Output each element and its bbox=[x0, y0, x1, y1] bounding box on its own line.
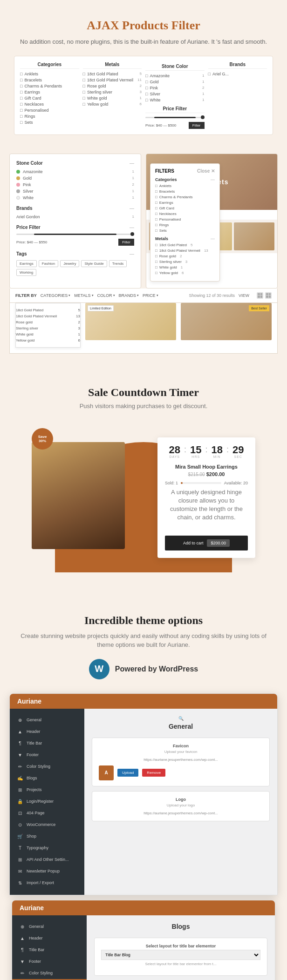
sidebar-item-typography[interactable]: T Typography bbox=[10, 842, 84, 854]
color-dot-silver bbox=[16, 189, 20, 193]
sidebar2-footer[interactable]: ▼ Footer bbox=[12, 956, 87, 967]
filter-price-button[interactable]: PRICE bbox=[143, 293, 158, 298]
sidebar-item-api[interactable]: ⊞ API And Other Settin... bbox=[10, 854, 84, 866]
list-item[interactable]: Necklaces bbox=[155, 212, 215, 216]
sidebar-item-shop[interactable]: 🛒 Shop bbox=[10, 831, 84, 842]
sidebar-label-shop: Shop bbox=[27, 834, 36, 839]
color-item[interactable]: Gold 1 bbox=[16, 176, 134, 181]
list-item[interactable]: Silver1 bbox=[145, 92, 205, 96]
list-item[interactable]: Sterling silver3 bbox=[83, 90, 142, 94]
price-slider-thumb bbox=[130, 232, 134, 236]
list-item[interactable]: Earrings bbox=[20, 90, 79, 94]
upload-button[interactable]: Upload bbox=[117, 769, 138, 777]
price-slider[interactable] bbox=[145, 117, 205, 118]
title-bar-layout-select[interactable]: Title Bar Blog bbox=[101, 950, 260, 960]
sidebar2-general[interactable]: ⊕ General bbox=[12, 921, 87, 933]
sidebar-item-footer[interactable]: ▼ Footer bbox=[10, 749, 84, 761]
filter-brands-button[interactable]: BRANDS bbox=[119, 293, 139, 298]
sidebar-item-titlebar[interactable]: ¶ Title Bar bbox=[10, 738, 84, 749]
grid-view-button[interactable] bbox=[257, 292, 263, 299]
shop-icon: 🛒 bbox=[17, 834, 23, 839]
list-item[interactable]: Sets bbox=[155, 228, 215, 233]
list-item[interactable]: White gold1 bbox=[83, 96, 142, 101]
list-item[interactable]: 18ct Gold Plated5 bbox=[83, 72, 142, 76]
tag-item[interactable]: Style Guide bbox=[81, 260, 107, 267]
filter-color-button[interactable]: COLOR bbox=[97, 293, 115, 298]
list-item[interactable]: Pink2 bbox=[145, 86, 205, 90]
sold-bar-track bbox=[181, 482, 221, 484]
list-item[interactable]: 18ct Gold Plated5 bbox=[155, 243, 215, 247]
sidebar-item-general[interactable]: ⊕ General bbox=[10, 714, 84, 726]
list-item[interactable]: Gold1 bbox=[145, 80, 205, 84]
tag-item[interactable]: Working bbox=[16, 269, 36, 276]
categories-list: Anklets Bracelets Charms & Pendants Earr… bbox=[20, 72, 79, 125]
list-item[interactable]: 18ct Gold Plated Vermeil13 bbox=[155, 248, 215, 253]
list-item[interactable]: Personalised bbox=[20, 108, 79, 113]
sidebar-item-color[interactable]: ✏ Color Styling bbox=[10, 761, 84, 772]
list-item[interactable]: Charms & Pendants bbox=[20, 84, 79, 88]
sidebar2-label-titlebar: Title Bar bbox=[29, 947, 44, 952]
sidebar2-titlebar[interactable]: ¶ Title Bar bbox=[12, 944, 87, 956]
list-item[interactable]: Ariel G... bbox=[208, 72, 267, 76]
sidebar-item-404[interactable]: ⊡ 404 Page bbox=[10, 807, 84, 819]
list-view-button[interactable] bbox=[265, 292, 272, 299]
sidebar-item-woo[interactable]: ⊙ WooCommerce bbox=[10, 819, 84, 831]
sidebar-item-header[interactable]: ▲ Header bbox=[10, 726, 84, 738]
sidebar-item-login[interactable]: 🔒 Login/Register bbox=[10, 796, 84, 807]
metals-dropdown-item[interactable]: 18ct Gold Plated5 bbox=[16, 307, 80, 313]
brand-item[interactable]: Ariel Gordon 1 bbox=[16, 215, 134, 219]
list-item[interactable]: Sets bbox=[20, 120, 79, 125]
sidebar-item-projects[interactable]: ⊞ Projects bbox=[10, 784, 84, 796]
list-item[interactable]: Bracelets bbox=[20, 78, 79, 82]
list-item[interactable]: Rose gold2 bbox=[83, 84, 142, 88]
color-item[interactable]: Pink 2 bbox=[16, 182, 134, 187]
tag-item[interactable]: Trends bbox=[109, 260, 127, 267]
list-item[interactable]: Charms & Pendants bbox=[155, 195, 215, 199]
filter-metals-button[interactable]: METALS bbox=[74, 293, 93, 298]
metals-dropdown-item[interactable]: Sterling silver3 bbox=[16, 325, 80, 331]
list-item[interactable]: Yellow gold6 bbox=[155, 271, 215, 275]
remove-button[interactable]: Remove bbox=[142, 769, 165, 777]
list-item[interactable]: White1 bbox=[145, 98, 205, 102]
price-slider-left[interactable] bbox=[16, 234, 134, 235]
list-item[interactable]: Necklaces bbox=[20, 102, 79, 107]
list-item[interactable]: Rings bbox=[20, 114, 79, 119]
list-item[interactable]: Amazonite1 bbox=[145, 74, 205, 78]
list-item[interactable]: Rings bbox=[155, 223, 215, 227]
list-item[interactable]: Bracelets bbox=[155, 189, 215, 194]
list-item[interactable]: Yellow gold6 bbox=[83, 102, 142, 107]
list-item[interactable]: Sterling silver3 bbox=[155, 260, 215, 264]
close-filters-button[interactable]: Close ✕ bbox=[197, 168, 215, 174]
metals-dropdown-item[interactable]: Rose gold2 bbox=[16, 319, 80, 325]
filter-button-left[interactable]: Filter bbox=[118, 239, 134, 246]
list-item[interactable]: Earrings bbox=[155, 201, 215, 205]
list-item[interactable]: Rose gold2 bbox=[155, 254, 215, 258]
color-item[interactable]: White 1 bbox=[16, 195, 134, 200]
color-item[interactable]: Amazonite 1 bbox=[16, 169, 134, 174]
right-filter-panel: FILTERS Close ✕ Categories— Anklets Brac… bbox=[146, 154, 278, 289]
tag-item[interactable]: Fashion bbox=[39, 260, 58, 267]
list-item[interactable]: 18ct Gold Plated Vermeil11 bbox=[83, 78, 142, 82]
list-item[interactable]: Anklets bbox=[155, 184, 215, 188]
filter-categories-button[interactable]: CATEGORIES bbox=[41, 293, 70, 298]
sidebar-item-import[interactable]: ⇅ Import / Export bbox=[10, 877, 84, 889]
metals-dropdown-item[interactable]: White gold1 bbox=[16, 331, 80, 337]
sidebar-item-blogs[interactable]: ✍ Blogs bbox=[10, 772, 84, 784]
sidebar-item-newsletter[interactable]: ✉ Newsletter Popup bbox=[10, 866, 84, 877]
list-item[interactable]: Gift Card bbox=[20, 96, 79, 101]
color-item[interactable]: Silver 1 bbox=[16, 189, 134, 194]
price-range-left: Price: $40 — $550 bbox=[16, 240, 47, 244]
tag-item[interactable]: Earrings bbox=[16, 260, 37, 267]
metals-dropdown-item[interactable]: 18ct Gold Plated Vermeil13 bbox=[16, 313, 80, 319]
list-item[interactable]: White gold1 bbox=[155, 265, 215, 269]
list-item[interactable]: Gift Card bbox=[155, 206, 215, 210]
metals-dropdown-item[interactable]: Yellow gold6 bbox=[16, 337, 80, 343]
sidebar2-header[interactable]: ▲ Header bbox=[12, 933, 87, 944]
sidebar2-color[interactable]: ✏ Color Styling bbox=[12, 967, 87, 979]
list-item[interactable]: Personalised bbox=[155, 217, 215, 222]
add-to-cart-button[interactable]: Add to cart $200.00 bbox=[165, 536, 248, 550]
filter-panels-section: Stone Color Amazonite 1 Gold 1 Pink 2 bbox=[0, 149, 287, 363]
tag-item[interactable]: Jewelry bbox=[60, 260, 79, 267]
list-item[interactable]: Anklets bbox=[20, 72, 79, 76]
price-filter-button[interactable]: Filter bbox=[189, 122, 205, 129]
